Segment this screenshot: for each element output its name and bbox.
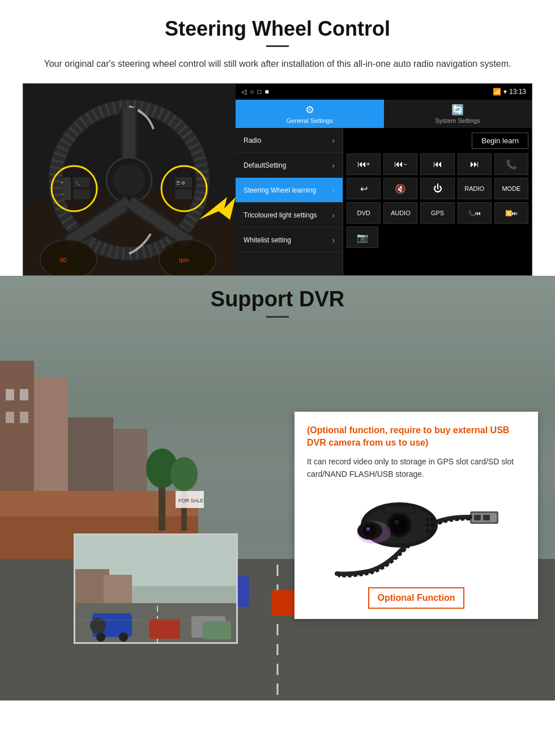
tab-system-label: System Settings bbox=[436, 117, 480, 124]
svg-text:+: + bbox=[61, 180, 63, 186]
ctrl-next[interactable]: ⏭ bbox=[458, 153, 492, 175]
statusbar-time: 13:13 bbox=[509, 88, 526, 96]
signal-icon: 📶 bbox=[493, 88, 501, 96]
dvr-title-block: Support DVR bbox=[0, 287, 555, 318]
ctrl-vol-up[interactable]: ⏮+ bbox=[347, 153, 381, 175]
camera-svg bbox=[331, 490, 501, 578]
menu-tricoloured-arrow: › bbox=[332, 211, 335, 220]
ctrl-radio[interactable]: RADIO bbox=[458, 178, 492, 199]
menu-steering-label: Steering Wheel learning bbox=[244, 186, 316, 194]
svg-point-76 bbox=[391, 517, 407, 533]
steering-divider bbox=[266, 45, 289, 47]
android-right-panel: Begin learn ⏮+ ⏮− ⏮ ⏭ 📞 ↩ bbox=[343, 128, 532, 275]
dvr-preview-inner bbox=[75, 535, 236, 642]
menu-steering-arrow: › bbox=[332, 186, 335, 195]
ctrl-call-prev[interactable]: 📞⏮ bbox=[458, 202, 492, 224]
statusbar-nav-icons: ◁ ○ □ ■ bbox=[241, 88, 269, 96]
control-row-1: ⏮+ ⏮− ⏮ ⏭ 📞 bbox=[347, 153, 528, 175]
recents-icon: □ bbox=[257, 88, 261, 96]
svg-point-84 bbox=[426, 529, 429, 532]
statusbar-status: 📶 ▾ 13:13 bbox=[493, 88, 526, 96]
svg-rect-70 bbox=[474, 515, 481, 520]
ctrl-prev[interactable]: ⏮ bbox=[420, 153, 454, 175]
svg-rect-20 bbox=[73, 189, 90, 199]
ctrl-audio[interactable]: AUDIO bbox=[383, 202, 417, 224]
section-dvr: FOR SALE Support DVR bbox=[0, 276, 555, 712]
ctrl-shuffle-next[interactable]: 🔀⏭ bbox=[494, 202, 528, 224]
svg-text:rpm: rpm bbox=[179, 257, 189, 263]
dvr-divider bbox=[266, 316, 289, 318]
dvr-background: FOR SALE Support DVR bbox=[0, 276, 555, 701]
ctrl-gps[interactable]: GPS bbox=[420, 202, 454, 224]
svg-point-77 bbox=[394, 520, 399, 524]
android-screen: ◁ ○ □ ■ 📶 ▾ 13:13 ⚙ General Settings bbox=[236, 84, 532, 275]
svg-rect-15 bbox=[63, 177, 71, 200]
menu-item-tricoloured[interactable]: Tricoloured light settings › bbox=[236, 203, 343, 228]
control-row-3: DVD AUDIO GPS 📞⏮ 🔀⏭ bbox=[347, 202, 528, 224]
svg-point-7 bbox=[113, 164, 145, 196]
dvr-desc-text: It can record video only to storage in G… bbox=[307, 455, 526, 481]
android-menu: Radio › DefaultSetting › Steering Wheel … bbox=[236, 128, 343, 275]
svg-text:60: 60 bbox=[60, 257, 67, 263]
android-mockup: + − 📞 ☰ ⚙ 60 rpm bbox=[23, 83, 532, 276]
dvr-camera-illustration bbox=[307, 489, 526, 579]
menu-whitelist-label: Whitelist setting bbox=[244, 236, 291, 244]
control-row-2: ↩ 🔇 ⏻ RADIO MODE bbox=[347, 178, 528, 199]
android-tabs: ⚙ General Settings 🔄 System Settings bbox=[236, 100, 532, 128]
begin-learn-button[interactable]: Begin learn bbox=[472, 133, 528, 149]
svg-text:−: − bbox=[61, 191, 63, 197]
ctrl-call[interactable]: 📞 bbox=[494, 153, 528, 175]
menu-item-radio[interactable]: Radio › bbox=[236, 128, 343, 153]
section-steering: Steering Wheel Control Your original car… bbox=[0, 0, 555, 276]
steering-title: Steering Wheel Control bbox=[23, 17, 532, 41]
menu-radio-label: Radio bbox=[244, 136, 261, 144]
tab-general-label: General Settings bbox=[287, 117, 333, 124]
ctrl-dvd[interactable]: DVD bbox=[347, 202, 381, 224]
svg-text:☰ ⚙: ☰ ⚙ bbox=[176, 181, 185, 186]
control-row-4: 📷 bbox=[347, 227, 528, 248]
svg-point-88 bbox=[363, 524, 377, 537]
svg-point-83 bbox=[430, 523, 434, 527]
dvr-title: Support DVR bbox=[0, 287, 555, 311]
svg-point-81 bbox=[430, 518, 434, 521]
svg-point-89 bbox=[366, 527, 370, 531]
ctrl-mode[interactable]: MODE bbox=[494, 178, 528, 199]
menu-whitelist-arrow: › bbox=[332, 236, 335, 245]
menu-tricoloured-label: Tricoloured light settings bbox=[244, 211, 317, 219]
svg-rect-71 bbox=[483, 515, 490, 520]
svg-point-85 bbox=[430, 529, 434, 532]
preview-scene-svg bbox=[75, 535, 238, 644]
android-statusbar: ◁ ○ □ ■ 📶 ▾ 13:13 bbox=[236, 84, 532, 100]
back-icon: ◁ bbox=[241, 88, 246, 96]
menu-item-steering-wheel[interactable]: Steering Wheel learning › bbox=[236, 178, 343, 203]
steering-subtitle: Your original car's steering wheel contr… bbox=[23, 57, 532, 71]
svg-text:📞: 📞 bbox=[75, 180, 81, 186]
menu-defaultsetting-label: DefaultSetting bbox=[244, 161, 286, 169]
menu-item-whitelist[interactable]: Whitelist setting › bbox=[236, 228, 343, 253]
ctrl-power[interactable]: ⏻ bbox=[420, 178, 454, 199]
system-icon: 🔄 bbox=[451, 104, 464, 116]
ctrl-vol-down[interactable]: ⏮− bbox=[383, 153, 417, 175]
ctrl-back[interactable]: ↩ bbox=[347, 178, 381, 199]
menu-icon: ■ bbox=[265, 88, 269, 96]
dvr-small-preview bbox=[74, 533, 238, 644]
ctrl-mute[interactable]: 🔇 bbox=[383, 178, 417, 199]
tab-general-settings[interactable]: ⚙ General Settings bbox=[236, 100, 384, 128]
settings-icon: ⚙ bbox=[305, 104, 314, 116]
svg-point-80 bbox=[426, 518, 429, 521]
svg-point-82 bbox=[426, 523, 429, 527]
android-content: Radio › DefaultSetting › Steering Wheel … bbox=[236, 128, 532, 275]
ctrl-camera[interactable]: 📷 bbox=[347, 227, 378, 248]
svg-rect-66 bbox=[203, 621, 231, 639]
menu-item-defaultsetting[interactable]: DefaultSetting › bbox=[236, 153, 343, 178]
dvr-info-card: (Optional function, require to buy exter… bbox=[294, 412, 538, 619]
svg-point-62 bbox=[119, 633, 128, 642]
svg-point-61 bbox=[96, 633, 105, 642]
svg-rect-64 bbox=[149, 619, 180, 639]
dvr-optional-text: (Optional function, require to buy exter… bbox=[307, 424, 526, 450]
home-icon: ○ bbox=[250, 88, 254, 96]
steering-wheel-svg: + − 📞 ☰ ⚙ 60 rpm bbox=[23, 84, 236, 276]
optional-function-button[interactable]: Optional Function bbox=[368, 587, 464, 609]
svg-point-25 bbox=[40, 240, 97, 276]
tab-system-settings[interactable]: 🔄 System Settings bbox=[384, 100, 532, 128]
